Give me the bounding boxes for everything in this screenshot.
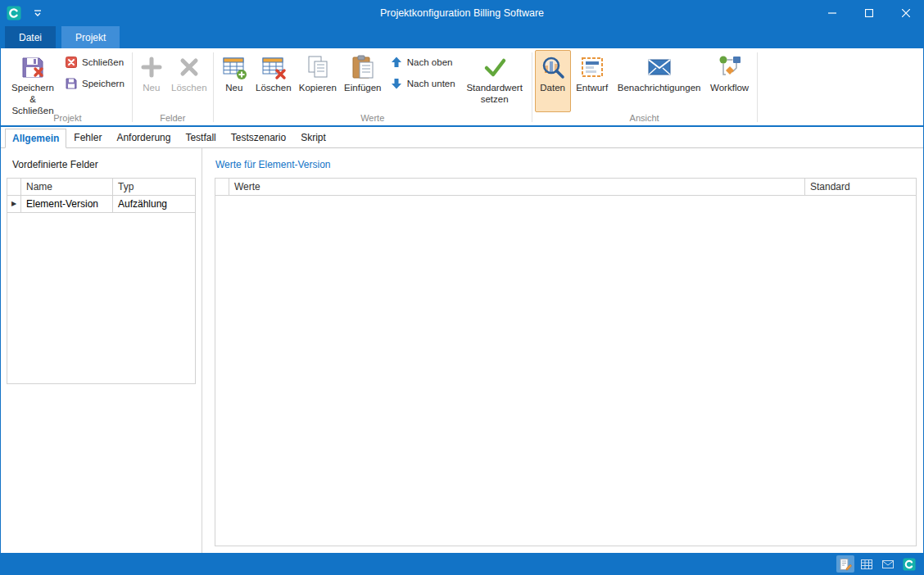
cell-name[interactable]: Element-Version	[21, 196, 113, 212]
group-caption-felder: Felder	[135, 112, 211, 125]
ribbon-tab-datei[interactable]: Datei	[5, 26, 56, 48]
button-label: Workflow	[710, 83, 749, 94]
new-field-button[interactable]: Neu	[135, 50, 168, 112]
status-app-logo-button[interactable]	[900, 555, 918, 573]
maximize-button[interactable]	[850, 0, 887, 26]
tab-fehler[interactable]: Fehler	[66, 128, 109, 147]
close-button[interactable]	[887, 0, 924, 26]
button-label: Einfügen	[344, 83, 381, 94]
status-edit-data-button[interactable]	[836, 555, 854, 573]
workflow-icon	[717, 54, 743, 80]
button-label: Kopieren	[299, 83, 337, 94]
app-window: Projektkonfiguration Billing Software Da…	[0, 0, 924, 575]
values-panel: Werte für Element-Version Werte Standard	[202, 148, 923, 553]
values-grid-header: Werte Standard	[215, 179, 916, 196]
cell-typ[interactable]: Aufzählung	[113, 196, 195, 212]
main-area: Vordefinierte Felder Name Typ ▶ Element-…	[1, 148, 923, 553]
button-label: Daten	[540, 83, 565, 94]
set-default-button[interactable]: Standardwert setzen	[460, 50, 529, 112]
delete-value-button[interactable]: Löschen	[252, 50, 295, 112]
save-and-close-button[interactable]: Speichern & Schließen	[6, 50, 60, 112]
minimize-button[interactable]	[813, 0, 850, 26]
values-panel-title: Werte für Element-Version	[215, 159, 917, 170]
close-project-button[interactable]: Schließen	[60, 53, 129, 71]
group-separator	[532, 52, 532, 122]
tab-testszenario[interactable]: Testszenario	[224, 128, 293, 147]
save-project-button[interactable]: Speichern	[60, 75, 129, 93]
status-grid-button[interactable]	[858, 555, 876, 573]
column-header-name[interactable]: Name	[21, 179, 113, 195]
c-logo-icon	[903, 558, 916, 571]
delete-field-button[interactable]: Löschen	[168, 50, 211, 112]
app-logo-icon[interactable]	[7, 6, 21, 20]
window-controls	[813, 0, 924, 26]
group-caption-werte: Werte	[216, 112, 529, 125]
copy-icon	[305, 54, 331, 80]
group-separator	[132, 52, 133, 122]
design-view-icon	[579, 54, 605, 80]
ribbon-group-ansicht: Daten Entwurf Benachrichtigungen Workflo…	[533, 49, 756, 125]
arrow-down-icon	[390, 77, 403, 90]
paste-icon	[350, 54, 376, 80]
workflow-button[interactable]: Workflow	[705, 50, 754, 112]
tab-allgemein[interactable]: Allgemein	[5, 129, 66, 148]
button-label: Neu	[225, 83, 242, 94]
fields-panel-title: Vordefinierte Felder	[12, 159, 196, 170]
button-label: Schließen	[82, 57, 124, 67]
ribbon-tab-row: Datei Projekt	[0, 26, 924, 48]
fields-grid: Name Typ ▶ Element-Version Aufzählung	[7, 178, 196, 384]
ribbon-group-projekt: Speichern & Schließen Schließen Speicher…	[4, 49, 131, 125]
data-view-icon	[540, 54, 566, 80]
button-label: Löschen	[256, 83, 291, 94]
ribbon-tab-projekt[interactable]: Projekt	[61, 26, 120, 48]
row-indicator-header	[215, 179, 229, 195]
copy-button[interactable]: Kopieren	[295, 50, 341, 112]
paste-button[interactable]: Einfügen	[341, 50, 385, 112]
notifications-button[interactable]: Benachrichtigungen	[614, 50, 705, 112]
delete-icon	[176, 54, 202, 80]
button-label: Entwurf	[576, 83, 608, 94]
edit-data-icon	[839, 558, 852, 571]
ribbon: Speichern & Schließen Schließen Speicher…	[1, 48, 923, 127]
statusbar	[0, 553, 924, 575]
tab-skript[interactable]: Skript	[293, 128, 333, 147]
group-separator	[213, 52, 214, 122]
row-indicator-header	[7, 179, 21, 195]
table-add-icon	[221, 54, 247, 80]
group-caption-ansicht: Ansicht	[535, 112, 754, 125]
add-icon	[138, 54, 165, 80]
fields-grid-header: Name Typ	[7, 179, 195, 196]
table-delete-icon	[260, 54, 287, 80]
grid-icon	[860, 558, 873, 571]
button-label: Neu	[143, 83, 160, 94]
new-value-button[interactable]: Neu	[216, 50, 252, 112]
data-view-button[interactable]: Daten	[535, 50, 571, 112]
view-tabstrip: Allgemein Fehler Anforderung Testfall Te…	[1, 127, 923, 148]
fields-panel: Vordefinierte Felder Name Typ ▶ Element-…	[1, 148, 202, 553]
tab-testfall[interactable]: Testfall	[178, 128, 223, 147]
notifications-icon	[646, 54, 673, 80]
chevron-down-icon[interactable]	[33, 8, 43, 18]
group-separator	[757, 52, 758, 122]
titlebar: Projektkonfiguration Billing Software	[0, 0, 924, 26]
group-caption-projekt: Projekt	[6, 112, 129, 125]
button-label: Nach unten	[407, 79, 455, 88]
design-view-button[interactable]: Entwurf	[571, 50, 614, 112]
move-up-button[interactable]: Nach oben	[385, 53, 460, 71]
values-grid: Werte Standard	[215, 178, 917, 546]
move-down-button[interactable]: Nach unten	[385, 75, 460, 93]
button-label: Benachrichtigungen	[618, 83, 701, 94]
button-label: Standardwert setzen	[465, 83, 524, 106]
save-close-icon	[20, 54, 46, 80]
table-row[interactable]: ▶ Element-Version Aufzählung	[7, 196, 195, 213]
column-header-standard[interactable]: Standard	[805, 179, 916, 195]
column-header-typ[interactable]: Typ	[113, 179, 195, 195]
column-header-werte[interactable]: Werte	[229, 179, 805, 195]
ribbon-group-werte: Neu Löschen Kopieren Einfügen	[215, 49, 531, 125]
mail-icon	[881, 558, 895, 571]
ribbon-group-felder: Neu Löschen Felder	[134, 49, 212, 125]
close-red-icon	[65, 56, 78, 69]
status-mail-button[interactable]	[879, 555, 897, 573]
tab-anforderung[interactable]: Anforderung	[109, 128, 178, 147]
check-icon	[482, 54, 508, 80]
